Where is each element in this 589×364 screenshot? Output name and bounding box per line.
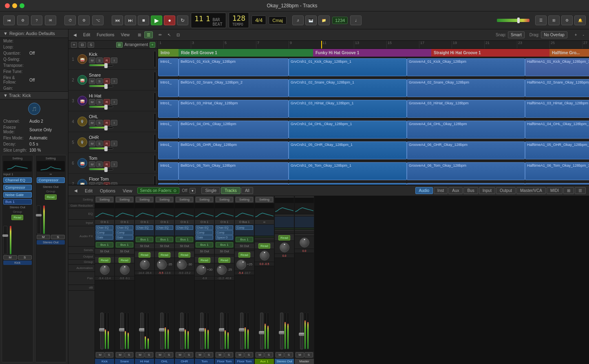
- ch-output-3[interactable]: St Out: [135, 243, 154, 249]
- ch-eq-6[interactable]: [195, 208, 214, 220]
- send-btn-8[interactable]: Bus 1: [236, 237, 253, 242]
- auto-read-btn-2[interactable]: Read: [119, 258, 130, 263]
- track-fader-tom[interactable]: [89, 168, 113, 170]
- clip-ohr-intro[interactable]: Intro1_: [158, 141, 179, 159]
- clip-hihat-halftime[interactable]: HalftimeA1_03_HiHat_Okay_128bpm: [525, 100, 589, 118]
- single-view-btn[interactable]: Single: [201, 187, 220, 194]
- record-hihat[interactable]: R: [104, 99, 110, 105]
- clip-tom-grv[interactable]: GrvCrsh1_06_Tom_Okay_128bpm_1: [289, 162, 407, 180]
- record-tom[interactable]: R: [104, 161, 110, 167]
- auto-read-btn-3[interactable]: Read: [139, 252, 150, 258]
- clip-hihat-bell[interactable]: BellGrv1_03_HiHat_Okay_128bpm: [179, 100, 289, 118]
- ch-mute-btn-5[interactable]: M: [176, 352, 184, 357]
- ch-solo-btn-10[interactable]: S: [285, 352, 293, 357]
- insp-fx2-comp[interactable]: Compressor: [37, 177, 65, 183]
- clip-ohl-bell[interactable]: BellGrv1_04_OHL_Okay_128bpm: [179, 121, 289, 139]
- pencil-tool[interactable]: ✏: [156, 31, 164, 38]
- insp-solo2[interactable]: S: [51, 235, 65, 239]
- ch-name-label-9[interactable]: Aux 1: [255, 358, 274, 364]
- fader-track-9[interactable]: [260, 313, 263, 349]
- ch-mute-btn-9[interactable]: M: [256, 352, 264, 357]
- piano-button[interactable]: 🎹: [305, 15, 317, 25]
- fader-track-11[interactable]: [300, 313, 303, 349]
- midi-btn[interactable]: ⊟: [79, 42, 86, 48]
- clip-snare-intro[interactable]: Intro1_: [158, 79, 179, 97]
- ch-output-4[interactable]: St Out: [155, 243, 174, 249]
- ch-setting-btn-3[interactable]: Setting: [136, 197, 153, 202]
- auto-read-btn-7[interactable]: Read: [218, 258, 230, 263]
- record-snare[interactable]: R: [104, 78, 110, 84]
- fader-track-3[interactable]: [140, 313, 143, 349]
- ch-solo-btn-3[interactable]: S: [145, 352, 153, 357]
- output-type-btn[interactable]: Output: [496, 187, 516, 194]
- clip-tom-groove4[interactable]: GrooveA4_06_Tom_Okay_128bpm: [407, 162, 525, 180]
- ch-name-label-8[interactable]: Floor Tom: [235, 358, 254, 364]
- clip-ft-intro[interactable]: Intro1_0: [158, 183, 179, 185]
- ch-output-1[interactable]: St Out: [95, 249, 114, 254]
- ch-mute-btn-7[interactable]: M: [216, 352, 224, 357]
- record-ohl[interactable]: R: [104, 120, 110, 126]
- auto-read-btn-10[interactable]: Read: [278, 235, 290, 240]
- marquee-tool[interactable]: ⊡: [174, 31, 182, 38]
- pan-knob-11[interactable]: [300, 238, 309, 247]
- ch-mute-btn-10[interactable]: M: [276, 352, 284, 357]
- clip-ohr-grv[interactable]: GrvCrsh1_05_OHR_Okay_128bpm_1: [289, 141, 407, 159]
- settings-button[interactable]: ⚙: [78, 15, 90, 25]
- clip-kick-intro[interactable]: Intro1_: [158, 58, 179, 76]
- auto-read-btn-1[interactable]: Read: [99, 258, 110, 263]
- arr-back-btn[interactable]: ◀: [71, 31, 79, 38]
- track-fader-ohl[interactable]: [89, 126, 113, 129]
- ch-setting-btn-9[interactable]: Setting: [256, 197, 273, 202]
- clip-kick-bellgrv1[interactable]: BellGrv1_01_Kick_Okay_128bpm: [179, 58, 289, 76]
- input-tom[interactable]: I: [111, 161, 117, 167]
- pan-knob-9[interactable]: [260, 251, 269, 260]
- browser-button2[interactable]: ⊞: [548, 15, 560, 25]
- send-btn-7[interactable]: Bus 1: [216, 242, 233, 247]
- pan-knob-5[interactable]: [175, 258, 189, 271]
- fx-item[interactable]: Gate: [116, 235, 133, 240]
- input-ohl[interactable]: I: [111, 120, 117, 126]
- clip-ft-groove4[interactable]: GrooveA4_07_FloorTom_Okay_128bpm: [407, 183, 525, 185]
- ch-solo-btn-8[interactable]: S: [245, 352, 253, 357]
- snap-value[interactable]: Smart: [508, 31, 525, 38]
- rewind-button[interactable]: ⏮: [112, 15, 123, 25]
- insp-send[interactable]: Bus 1: [3, 199, 32, 205]
- clip-kick-grvcrsh1[interactable]: GrvCrsh1_01_Kick_Okay_128bpm_1: [289, 58, 407, 76]
- minimize-button[interactable]: [12, 3, 17, 8]
- ch-input-5[interactable]: O In 1: [175, 220, 194, 225]
- ch-eq-4[interactable]: [155, 208, 174, 220]
- insp-fx-comp[interactable]: Compressor: [3, 185, 32, 190]
- ch-eq-10[interactable]: [275, 203, 294, 214]
- ch-input-9[interactable]: ∞: [255, 220, 274, 225]
- track-fader-snare[interactable]: [89, 85, 113, 87]
- fader-track-2[interactable]: [120, 313, 124, 349]
- pan-knob-1[interactable]: [100, 265, 110, 275]
- ch-mute-btn-6[interactable]: M: [196, 352, 204, 357]
- ch-input-6[interactable]: O In 1: [195, 220, 214, 225]
- input-type-btn[interactable]: Input: [479, 187, 495, 194]
- clip-kick-halftime[interactable]: HalftimeA1_01_Kick_Okay_128bpm_1: [525, 58, 589, 76]
- prefs-button[interactable]: ⚙: [561, 15, 573, 25]
- ch-eq-9[interactable]: [255, 208, 274, 220]
- clip-snare-halftime[interactable]: HalftimeA1_02_Snare_Okay_128bpm_1: [525, 79, 589, 97]
- mixer-back-btn[interactable]: ◀: [72, 187, 80, 194]
- ch-eq-11[interactable]: [295, 203, 314, 214]
- pan-knob-2[interactable]: [120, 265, 130, 275]
- ch-solo-btn-4[interactable]: S: [165, 352, 173, 357]
- bus-type-btn[interactable]: Bus: [463, 187, 478, 194]
- clip-snare-grv[interactable]: GrvCrsh1_02_Snare_Okay_128bpm_1: [289, 79, 407, 97]
- ch-solo-btn-9[interactable]: S: [265, 352, 273, 357]
- fx-item[interactable]: Comp: [216, 230, 233, 235]
- ch-input-4[interactable]: O In 1: [155, 220, 174, 225]
- ch-name-label-5[interactable]: OHR: [175, 358, 194, 364]
- customize-button[interactable]: ⚙: [17, 15, 29, 25]
- score-button[interactable]: ♬: [292, 15, 304, 25]
- fx-item[interactable]: Chan EQ: [176, 225, 193, 230]
- tempo-display[interactable]: 128 TEMPO: [229, 12, 249, 28]
- ch-name-label-11[interactable]: Master: [295, 358, 314, 364]
- solo-tom[interactable]: S: [96, 161, 103, 167]
- ch-name-label-7[interactable]: Floor Tom: [215, 358, 234, 364]
- ch-eq-5[interactable]: [175, 208, 194, 220]
- grid-type-btn[interactable]: ⊞: [563, 187, 574, 194]
- clip-tom-bell[interactable]: BellGrv1_06_Tom_Okay_128bpm: [179, 162, 289, 180]
